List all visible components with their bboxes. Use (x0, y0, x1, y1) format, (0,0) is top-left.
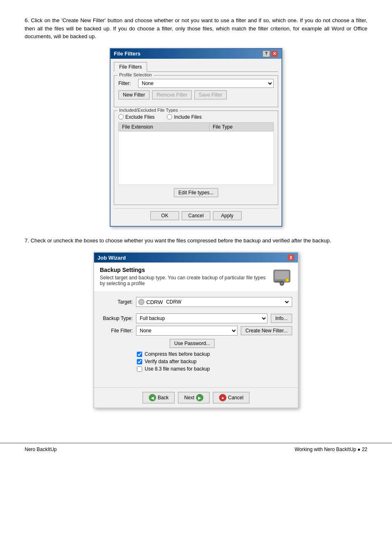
included-excluded-group: Included/Excluded File Types Exclude Fil… (114, 111, 278, 205)
footer-right: Working with Nero BackItUp ● 22 (295, 447, 367, 452)
apply-button[interactable]: Apply (213, 211, 242, 220)
jw-header-icon (272, 267, 292, 287)
save-filter-button[interactable]: Save Filter (194, 90, 227, 99)
jw-header-title: Backup Settings (100, 267, 272, 273)
target-label: Target: (100, 299, 133, 305)
file-filters-titlebar: File Filters ? ✕ (111, 49, 281, 59)
cancel-label: Cancel (228, 395, 243, 401)
file-filter-label: File Filter: (100, 328, 133, 334)
backup-icon (272, 268, 292, 286)
verify-checkbox-row: Verify data after backup (137, 359, 292, 364)
file-filter-select[interactable]: None (136, 326, 238, 336)
verify-label: Verify data after backup (145, 359, 196, 364)
compress-checkbox-row: Compress files before backup (137, 351, 292, 357)
include-files-radio[interactable] (167, 114, 172, 120)
step6-number: 6. (25, 17, 29, 23)
cancel-button[interactable]: Cancel (182, 211, 210, 220)
close-button[interactable]: ✕ (271, 51, 278, 57)
page-footer: Nero BackItUp Working with Nero BackItUp… (0, 443, 392, 456)
verify-checkbox[interactable] (137, 359, 142, 364)
target-select-wrapper[interactable]: CDRW CDRW (136, 297, 292, 307)
file-type-table: File Extension File Type (118, 122, 274, 185)
step7-number: 7. (25, 237, 29, 244)
wizard-cancel-button[interactable]: ● Cancel (213, 392, 249, 403)
use83-checkbox[interactable] (137, 366, 142, 372)
backup-type-label: Backup Type: (100, 315, 133, 321)
remove-filter-button[interactable]: Remove Filter (152, 90, 192, 99)
col-filetype: File Type (209, 122, 273, 131)
step7-text: Check or uncheck the boxes to choose whe… (30, 237, 331, 244)
exclude-files-radio[interactable] (118, 114, 124, 120)
next-icon: ▶ (196, 394, 203, 401)
filter-select[interactable]: None (138, 79, 274, 88)
jw-header-subtitle: Select target and backup type. You can c… (100, 275, 272, 286)
compress-checkbox[interactable] (137, 352, 142, 357)
svg-point-2 (286, 279, 289, 282)
cdrw-disc-icon (138, 299, 145, 305)
jw-close-button[interactable]: X (287, 254, 295, 261)
job-wizard-title: Job Wizard (97, 255, 126, 261)
svg-point-8 (141, 302, 142, 302)
profile-selection-group: Profile Selection Filter: None New Filte… (114, 75, 278, 107)
job-wizard-titlebar: Job Wizard X (94, 253, 298, 263)
svg-point-5 (281, 283, 283, 284)
include-files-label: Include Files (174, 114, 201, 120)
next-label: Next (184, 395, 194, 401)
profile-selection-label: Profile Selection (118, 72, 154, 77)
filter-label: Filter: (118, 81, 135, 86)
file-filters-title: File Filters (114, 51, 141, 57)
step6-text: Click on the 'Create New Filter' button … (25, 17, 367, 39)
ok-button[interactable]: OK (150, 211, 179, 220)
included-excluded-label: Included/Excluded File Types (118, 108, 180, 113)
new-filter-button[interactable]: New Filter (118, 90, 150, 99)
exclude-files-label: Exclude Files (125, 114, 154, 120)
info-button[interactable]: Info... (271, 314, 292, 323)
back-button[interactable]: ◀ Back (143, 392, 175, 403)
back-label: Back (158, 395, 169, 401)
file-filters-dialog: File Filters ? ✕ File Filters Profile Se… (110, 48, 282, 227)
col-extension: File Extension (119, 122, 210, 131)
back-icon: ◀ (149, 394, 156, 401)
create-new-filter-button[interactable]: Create New Filter... (241, 326, 292, 335)
jw-header: Backup Settings Select target and backup… (94, 263, 298, 291)
next-button[interactable]: Next ▶ (178, 392, 210, 403)
target-select[interactable]: CDRW (164, 299, 290, 305)
svg-rect-1 (275, 271, 289, 279)
footer-left: Nero BackItUp (25, 447, 57, 452)
file-filters-tab[interactable]: File Filters (114, 62, 147, 72)
use-password-button[interactable]: Use Password... (170, 339, 214, 348)
use83-label: Use 8.3 file names for backup (145, 366, 210, 372)
use83-checkbox-row: Use 8.3 file names for backup (137, 366, 292, 372)
help-button[interactable]: ? (263, 51, 270, 57)
compress-label: Compress files before backup (145, 351, 210, 357)
cancel-icon: ● (219, 394, 226, 401)
jw-footer: ◀ Back Next ▶ ● Cancel (94, 387, 298, 408)
target-value: CDRW (146, 299, 163, 305)
job-wizard-dialog: Job Wizard X Backup Settings Select targ… (93, 252, 299, 408)
edit-file-types-button[interactable]: Edit File types... (174, 188, 218, 197)
backup-type-select[interactable]: Full backup (136, 313, 267, 323)
